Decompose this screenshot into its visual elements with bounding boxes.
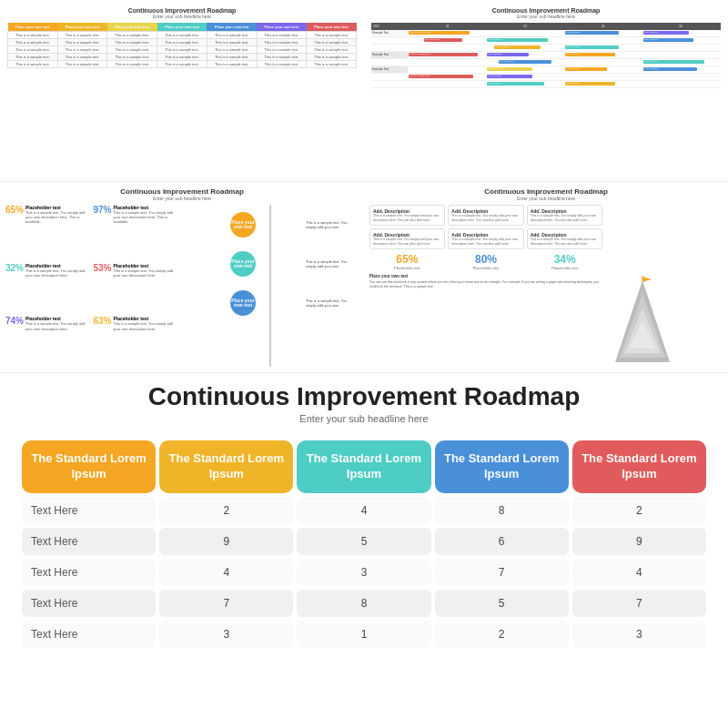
mini-table: Place your own textPlace your own textPl… bbox=[7, 23, 357, 68]
data-cell: 5 bbox=[435, 590, 569, 617]
gantt-bar: Your TextHere bbox=[487, 38, 548, 42]
gantt-row-label bbox=[371, 81, 408, 87]
gantt-bar: Your TextHere bbox=[643, 67, 697, 71]
gantt-cell bbox=[408, 59, 486, 66]
gantt-bar: Your TextHere bbox=[565, 53, 615, 56]
stat-number: 32% bbox=[5, 263, 24, 273]
gantt-bar: Your TextHere bbox=[424, 38, 462, 42]
bottom-col-header: The Standard Lorem Ipsum bbox=[22, 440, 156, 493]
desc-card: Add. Description This is a sample text. … bbox=[369, 228, 445, 249]
gantt-cell: Your TextHere bbox=[486, 66, 564, 73]
data-cell: 5 bbox=[297, 528, 430, 555]
gantt-row: This is a sample text. Your TextHere bbox=[371, 74, 721, 81]
gantt-cell: This is a sample text. bbox=[408, 74, 486, 80]
table-cell: This is a sample text. bbox=[8, 61, 58, 68]
gantt-cell: Your TextHere bbox=[642, 59, 721, 66]
table-cell: This is a sample text. bbox=[207, 54, 257, 61]
progress-label: Placeholder text bbox=[449, 266, 524, 270]
table-cell: This is a sample text. bbox=[57, 39, 107, 46]
timeline-text: This is a sample text. You simply add yo… bbox=[302, 220, 357, 229]
row-label: Text Here bbox=[22, 559, 156, 586]
gantt-cell: This is a sample text. bbox=[408, 52, 486, 58]
table-cell: This is a sample text. bbox=[8, 54, 58, 61]
stat-text: This is a sample text. You simply add yo… bbox=[114, 210, 179, 225]
gantt-q3: 03 bbox=[564, 24, 642, 29]
bottom-section: Continuous Improvement Roadmap Enter you… bbox=[0, 373, 728, 728]
gantt-cell bbox=[486, 30, 564, 36]
gantt-bar: Your TextHere bbox=[487, 67, 532, 71]
gantt-cell bbox=[564, 37, 642, 44]
mid-right-title: Continuous Improvement Roadmap bbox=[369, 187, 723, 196]
gantt-row-label bbox=[371, 45, 408, 51]
row-label: Text Here bbox=[22, 497, 156, 524]
gantt-cell: Your TextHere bbox=[564, 45, 642, 51]
gantt-bar: Your TextHere bbox=[487, 82, 544, 86]
table-cell: This is a sample text. bbox=[307, 61, 357, 68]
gantt-bar: Your TextHere bbox=[565, 46, 619, 49]
progress-number: 34% bbox=[527, 253, 602, 266]
mid-left-slide: Continuous Improvement Roadmap Enter you… bbox=[0, 182, 364, 372]
gantt-cell: Your TextHere bbox=[486, 45, 564, 51]
gantt-cell: Your TextHere bbox=[564, 52, 642, 58]
progress-label: Placeholder text bbox=[369, 266, 445, 270]
mid-left-title: Continuous Improvement Roadmap bbox=[5, 187, 359, 196]
flag bbox=[642, 277, 652, 282]
desc-card-text: This is a sample text. You simply add yo… bbox=[531, 238, 599, 246]
table-header: The Standard Lorem IpsumThe Standard Lor… bbox=[22, 440, 706, 493]
gantt-bar: This is a sample text. bbox=[409, 31, 470, 35]
bottom-subtitle: Enter your sub headline here bbox=[18, 413, 710, 424]
table-cell: This is a sample text. bbox=[107, 61, 157, 68]
desc-card: Add. Description This is a sample text. … bbox=[369, 205, 445, 226]
data-cell: 7 bbox=[435, 559, 569, 586]
table-cell: This is a sample text. bbox=[57, 46, 107, 54]
progress-item: 80% Placeholder text bbox=[449, 253, 524, 270]
data-cell: 4 bbox=[572, 559, 706, 586]
table-col-header: Place your own text bbox=[257, 23, 307, 32]
gantt-q4: 04 bbox=[642, 24, 721, 29]
data-cell: 9 bbox=[159, 528, 293, 555]
stat-item: 97% Placeholder text This is a sample te… bbox=[94, 205, 179, 260]
data-row: Text Here7857 bbox=[22, 590, 706, 617]
desc-card-text: This is a sample text. You simply add yo… bbox=[373, 214, 441, 222]
gantt-bar: Your TextHere bbox=[565, 31, 619, 35]
gantt-q1: 01 bbox=[409, 24, 487, 29]
table-cell: This is a sample text. bbox=[207, 39, 257, 46]
data-cell: 1 bbox=[297, 621, 430, 648]
gantt-cell: Your TextHere bbox=[564, 66, 642, 73]
gantt-cell bbox=[408, 81, 486, 87]
table-cell: This is a sample text. bbox=[8, 32, 58, 39]
desc-card: Add. Description This is a sample text. … bbox=[448, 228, 523, 249]
gantt-bar: Your TextHere bbox=[643, 60, 704, 64]
table-row: This is a sample text.This is a sample t… bbox=[8, 32, 357, 39]
bottom-col-header: The Standard Lorem Ipsum bbox=[159, 440, 293, 493]
table-cell: This is a sample text. bbox=[8, 39, 58, 46]
data-cell: 8 bbox=[435, 497, 569, 524]
data-cell: 7 bbox=[159, 590, 293, 617]
stat-item: 74% Placeholder text This is a sample te… bbox=[5, 316, 91, 367]
data-cell: 7 bbox=[572, 590, 706, 617]
data-cell: 9 bbox=[572, 528, 706, 555]
gantt-cell bbox=[564, 74, 642, 80]
gantt-row: Your TextHere Your TextHere bbox=[371, 59, 721, 66]
bottom-col-header: The Standard Lorem Ipsum bbox=[297, 440, 430, 493]
table-cell: This is a sample text. bbox=[207, 32, 257, 39]
table-cell: This is a sample text. bbox=[307, 39, 357, 46]
table-cell: This is a sample text. bbox=[307, 46, 357, 54]
table-cell: This is a sample text. bbox=[57, 54, 107, 61]
data-row: Text Here4374 bbox=[22, 559, 706, 586]
row-label: Text Here bbox=[22, 621, 156, 648]
table-col-header: Place your own text bbox=[207, 23, 257, 32]
mid-right-subtitle: Enter your sub headline here bbox=[369, 196, 723, 201]
gantt-cell bbox=[408, 45, 486, 51]
timeline-text: This is a sample text. You simply add yo… bbox=[302, 259, 357, 268]
gantt-cell bbox=[408, 66, 486, 73]
gantt-cell: Your TextHere bbox=[642, 30, 721, 36]
data-table: The Standard Lorem IpsumThe Standard Lor… bbox=[18, 437, 710, 652]
stat-item: 32% Placeholder text This is a sample te… bbox=[5, 263, 91, 314]
gantt-row-label bbox=[371, 37, 408, 44]
stat-content: Placeholder text This is a sample text. … bbox=[25, 205, 91, 225]
data-row: Text Here3123 bbox=[22, 621, 706, 648]
gantt-cell bbox=[564, 59, 642, 66]
table-cell: This is a sample text. bbox=[157, 54, 207, 61]
timeline: Place your own text This is a sample tex… bbox=[182, 205, 359, 367]
